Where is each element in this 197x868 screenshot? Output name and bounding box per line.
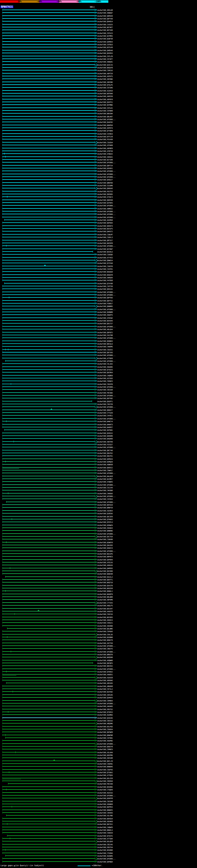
- hit-label[interactable]: UniRef100_A5CT20: [97, 642, 113, 645]
- alignment-bar[interactable]: [2, 82, 95, 82]
- hit-row[interactable]: UniRef100_A8N3R8: [0, 685, 197, 688]
- hit-label[interactable]: UniRef100_Q6BGL1: [97, 590, 113, 592]
- hit-label[interactable]: UniRef100_Q2VCJ5: [97, 64, 113, 66]
- hit-row[interactable]: UniRef100_A8X1H5: [0, 682, 197, 684]
- alignment-bar[interactable]: [2, 234, 95, 235]
- alignment-bar[interactable]: [2, 243, 95, 243]
- alignment-bar[interactable]: [2, 240, 95, 241]
- alignment-bar[interactable]: [2, 478, 95, 479]
- hit-row[interactable]: UniRef100_C4QYN1: [0, 763, 197, 765]
- alignment-bar[interactable]: [2, 844, 95, 845]
- hit-label[interactable]: UniRef100_B2BF38: [97, 37, 113, 40]
- alignment-bar[interactable]: [2, 438, 95, 439]
- hit-label[interactable]: UniRef100_UPI000...: [97, 858, 116, 860]
- hit-label[interactable]: UniRef100_B6GZV9: [97, 587, 113, 590]
- alignment-bar[interactable]: [2, 18, 95, 19]
- hit-label[interactable]: UniRef100_A6RU16: [97, 564, 113, 566]
- hit-label[interactable]: UniRef100_A0GLF5: [97, 604, 113, 607]
- hit-row[interactable]: UniRef100_Q3MXK4: [0, 40, 197, 43]
- hit-row[interactable]: UniRef100_C4QWZ6: [0, 826, 197, 829]
- alignment-bar[interactable]: [2, 677, 95, 678]
- alignment-bar[interactable]: [2, 424, 95, 425]
- alignment-bar[interactable]: [2, 12, 95, 13]
- hit-row[interactable]: UniRef100_C7TZZ9: [0, 411, 197, 414]
- alignment-bar[interactable]: [2, 775, 95, 775]
- hit-label[interactable]: UniRef100_A9P0E9: [97, 147, 113, 150]
- hit-label[interactable]: UniRef100_B3RFP8: [97, 797, 113, 800]
- alignment-bar[interactable]: [2, 821, 95, 822]
- hit-label[interactable]: UniRef100_UPI000...: [97, 173, 116, 176]
- alignment-bar[interactable]: [2, 789, 95, 790]
- hit-row[interactable]: UniRef100_C1M116: [0, 69, 197, 72]
- hit-row[interactable]: UniRef100_B3TLK9: [0, 46, 197, 49]
- hit-label[interactable]: UniRef100_C5L1R2: [97, 363, 113, 365]
- hit-row[interactable]: UniRef100_Q2FDN1: [0, 429, 197, 431]
- hit-label[interactable]: UniRef100_B3LQV9: [97, 840, 113, 843]
- hit-row[interactable]: UniRef100_Q5GFF1: [0, 400, 197, 403]
- hit-label[interactable]: UniRef100_A8PVM9: [97, 598, 113, 601]
- hit-row[interactable]: UniRef100_Q75LP5: [0, 84, 197, 86]
- hit-row[interactable]: UniRef100_C5DIX2: [0, 348, 197, 351]
- alignment-bar[interactable]: [2, 565, 95, 565]
- hit-label[interactable]: UniRef100_B5X1F5: [97, 227, 113, 230]
- alignment-bar[interactable]: [2, 686, 95, 686]
- hit-row[interactable]: UniRef100_UPI000...: [0, 293, 197, 296]
- hit-row[interactable]: UniRef100_C6TLZ9: [0, 55, 197, 58]
- alignment-bar[interactable]: [2, 274, 95, 275]
- hit-label[interactable]: UniRef100_C5DIX2: [97, 348, 113, 351]
- hit-row[interactable]: UniRef100_C5K7Z9: [0, 403, 197, 405]
- hit-label[interactable]: UniRef100_A0ME52: [97, 208, 113, 210]
- hit-label[interactable]: UniRef100_A7SGC3: [97, 196, 113, 198]
- alignment-bar[interactable]: [2, 262, 95, 263]
- alignment-bar[interactable]: [2, 631, 95, 631]
- alignment-bar[interactable]: [2, 248, 95, 249]
- hit-row[interactable]: UniRef100_A0ME52: [0, 207, 197, 210]
- alignment-bar[interactable]: [2, 556, 95, 557]
- hit-label[interactable]: UniRef100_Q8T3I7: [97, 239, 113, 242]
- hit-row[interactable]: UniRef100_C5YNS4: [0, 132, 197, 135]
- hit-label[interactable]: UniRef100_A7NUV2: [97, 153, 113, 155]
- hit-label[interactable]: UniRef100_Q9NEN6: [97, 530, 113, 532]
- hit-label[interactable]: UniRef100_Q9U761: [97, 455, 113, 457]
- hit-label[interactable]: UniRef100_Q04014: [97, 20, 113, 23]
- hit-label[interactable]: UniRef100_C5DYP0: [97, 383, 113, 385]
- alignment-bar[interactable]: [2, 358, 95, 359]
- hit-row[interactable]: UniRef100_A0LGA4: [0, 328, 197, 331]
- hit-label[interactable]: UniRef100_Q95V32: [97, 288, 113, 290]
- hit-label[interactable]: UniRef100_UPI000...: [97, 245, 116, 247]
- hit-row[interactable]: UniRef100_C1BYL3: [0, 236, 197, 239]
- hit-label[interactable]: UniRef100_C5M9C6: [97, 748, 113, 751]
- hit-row[interactable]: UniRef100_Q6FM15: [0, 805, 197, 808]
- alignment-bar[interactable]: [2, 671, 95, 672]
- hit-label[interactable]: UniRef100_A4R466: [97, 705, 113, 708]
- hit-label[interactable]: UniRef100_Q75E53: [97, 711, 113, 713]
- hit-label[interactable]: UniRef100_B2Y1H8: [97, 159, 113, 161]
- alignment-bar[interactable]: [2, 602, 95, 603]
- hit-label[interactable]: UniRef100_B3MQZ9: [97, 461, 113, 463]
- hit-row[interactable]: UniRef100_B9WDR6: [0, 765, 197, 768]
- hit-label[interactable]: UniRef100_A22H19: [97, 90, 113, 92]
- alignment-bar[interactable]: [2, 355, 95, 355]
- hit-label[interactable]: UniRef100_B2W6Y9: [97, 541, 113, 544]
- hit-row[interactable]: UniRef100_C5E1H8: [0, 800, 197, 803]
- hit-row[interactable]: UniRef100_A4R466: [0, 705, 197, 708]
- hit-row[interactable]: UniRef100_A9BK58: [0, 463, 197, 466]
- alignment-bar[interactable]: [2, 691, 95, 692]
- hit-row[interactable]: UniRef100_B9W9Z5: [0, 809, 197, 811]
- hit-label[interactable]: UniRef100_Q7ZYU0: [97, 262, 113, 265]
- hit-label[interactable]: UniRef100_Q9FY50: [97, 18, 113, 20]
- alignment-bar[interactable]: [2, 444, 95, 445]
- alignment-bar[interactable]: [2, 484, 95, 485]
- hit-label[interactable]: UniRef100_C5K7Z9: [97, 403, 113, 405]
- hit-label[interactable]: UniRef100_C5E1H8: [97, 800, 113, 803]
- alignment-bar[interactable]: [2, 228, 95, 229]
- alignment-bar[interactable]: [2, 162, 95, 162]
- hit-label[interactable]: UniRef100_Q3MXK4: [97, 41, 113, 43]
- alignment-bar[interactable]: [2, 153, 95, 154]
- alignment-bar[interactable]: [2, 548, 95, 548]
- hit-row[interactable]: UniRef100_B4Q409: [0, 437, 197, 440]
- alignment-bar[interactable]: [2, 542, 95, 542]
- alignment-bar[interactable]: [2, 338, 95, 338]
- alignment-bar[interactable]: [2, 79, 95, 79]
- alignment-bar[interactable]: [4, 220, 95, 220]
